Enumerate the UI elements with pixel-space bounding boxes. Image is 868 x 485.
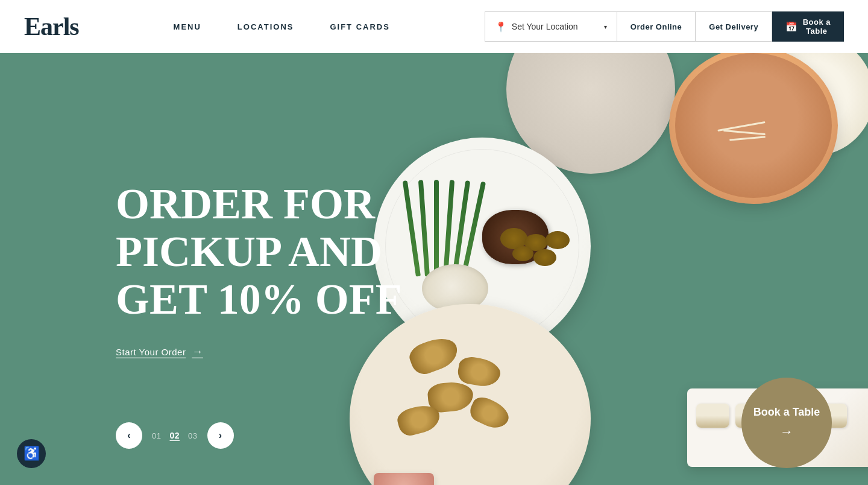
noodle-3 (729, 136, 766, 141)
nav-gift-cards[interactable]: GIFT CARDS (330, 22, 389, 31)
header-book-table-button[interactable]: 📅 Book aTable (772, 11, 844, 42)
logo[interactable]: Earls (24, 12, 79, 41)
carousel-prev-button[interactable]: ‹ (116, 422, 142, 449)
book-table-circle-button[interactable]: Book a Table → (741, 378, 832, 468)
mushroom-1 (500, 228, 527, 249)
sushi-piece-1 (696, 404, 729, 428)
location-text: Set Your Location (512, 22, 599, 31)
chevron-down-icon: ▾ (604, 24, 607, 30)
get-delivery-button[interactable]: Get Delivery (696, 11, 772, 42)
book-table-circle-arrow: → (780, 424, 793, 440)
asparagus-spear-3 (434, 180, 439, 276)
carousel-next-button[interactable]: › (207, 422, 234, 449)
nav-menu[interactable]: MENU (174, 22, 201, 31)
accessibility-icon: ♿ (24, 446, 40, 461)
hero-headline: ORDER FOR PICKUP AND GET 10% OFF (116, 180, 429, 324)
header: Earls MENU LOCATIONS GIFT CARDS 📍 Set Yo… (0, 0, 868, 53)
header-actions: 📍 Set Your Location ▾ Order Online Get D… (485, 11, 844, 42)
header-book-table-label: Book aTable (803, 17, 831, 36)
accessibility-button[interactable]: ♿ (17, 439, 46, 468)
hero-cta-arrow: → (192, 345, 203, 358)
asparagus-spear-6 (461, 182, 486, 277)
calendar-icon: 📅 (785, 21, 798, 33)
location-pin-icon: 📍 (495, 21, 507, 33)
carousel-indicator-1[interactable]: 01 (152, 431, 161, 440)
nav-locations[interactable]: LOCATIONS (237, 22, 294, 31)
hero-content: ORDER FOR PICKUP AND GET 10% OFF Start Y… (116, 180, 429, 358)
fried-item-4 (467, 393, 513, 433)
carousel-indicator-2[interactable]: 02 (169, 431, 180, 440)
mushroom-2 (524, 234, 547, 251)
carousel-indicators: 01 02 03 (152, 431, 198, 440)
bowl-soup (669, 53, 838, 204)
hero-cta-link[interactable]: Start Your Order → (116, 345, 203, 358)
asparagus-spear-4 (443, 180, 454, 276)
order-online-button[interactable]: Order Online (617, 11, 696, 42)
mushroom-4 (512, 246, 533, 261)
location-selector[interactable]: 📍 Set Your Location ▾ (485, 11, 617, 42)
sauce-cup (374, 473, 434, 485)
main-nav: MENU LOCATIONS GIFT CARDS (174, 22, 390, 31)
mushroom-5 (533, 249, 556, 266)
asparagus-spear-5 (452, 180, 470, 277)
carousel-controls: ‹ 01 02 03 › (116, 422, 234, 449)
steak (482, 210, 549, 264)
carousel-indicator-3[interactable]: 03 (188, 431, 197, 440)
noodle-2 (723, 130, 766, 135)
hero-section: ORDER FOR PICKUP AND GET 10% OFF Start Y… (0, 53, 868, 485)
mushrooms (500, 228, 579, 276)
book-table-circle-label: Book a Table (753, 406, 820, 419)
mushroom-3 (546, 231, 570, 249)
hero-cta-text: Start Your Order (116, 346, 186, 357)
